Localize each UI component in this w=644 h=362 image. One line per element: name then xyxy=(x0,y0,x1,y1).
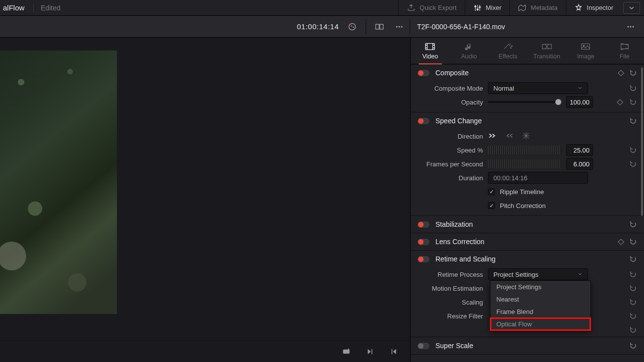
next-clip-button[interactable] xyxy=(364,345,376,358)
ellipsis-icon xyxy=(394,22,404,32)
pitch-checkbox[interactable] xyxy=(488,202,495,209)
stabilization-toggle[interactable] xyxy=(418,221,429,228)
resize-filter-reset[interactable] xyxy=(629,312,637,320)
composite-toggle[interactable] xyxy=(418,70,429,76)
scaling-reset[interactable] xyxy=(629,298,637,306)
fps-reset[interactable] xyxy=(629,160,637,168)
tab-file[interactable]: File xyxy=(605,38,644,64)
svg-point-11 xyxy=(628,26,629,27)
direction-label: Direction xyxy=(418,133,483,140)
retime-process-label: Retime Process xyxy=(418,271,483,278)
dual-view-button[interactable] xyxy=(373,20,386,33)
tab-transition[interactable]: Transition xyxy=(528,38,567,64)
speed-pct-slider[interactable] xyxy=(488,146,561,155)
opacity-keyframe[interactable] xyxy=(617,99,623,105)
opacity-reset[interactable] xyxy=(629,98,637,106)
color-wheel-icon xyxy=(347,22,357,32)
loop-button[interactable] xyxy=(340,345,353,358)
inspector-button[interactable]: Inspector xyxy=(566,0,621,15)
metadata-button[interactable]: Metadata xyxy=(509,0,565,15)
lens-keyframe[interactable] xyxy=(618,239,624,245)
svg-rect-6 xyxy=(376,24,379,29)
retime-title: Retime and Scaling xyxy=(435,255,623,263)
lens-title: Lens Correction xyxy=(435,238,613,246)
mixer-icon xyxy=(473,3,482,12)
viewer-area[interactable] xyxy=(0,38,410,362)
lens-toggle[interactable] xyxy=(418,239,429,245)
ellipsis-icon xyxy=(626,22,636,32)
svg-point-3 xyxy=(349,23,355,30)
dual-view-icon xyxy=(375,22,384,32)
menu-item-nearest[interactable]: Nearest xyxy=(490,293,590,306)
composite-keyframe[interactable] xyxy=(618,70,624,76)
motion-estimation-reset[interactable] xyxy=(629,284,637,292)
chevron-down-icon xyxy=(578,272,583,277)
next-icon xyxy=(366,347,375,356)
inspector-panel: Video Audio Effects Transition Image Fil… xyxy=(410,38,644,362)
tab-image[interactable]: Image xyxy=(566,38,605,64)
superscale-reset[interactable] xyxy=(629,342,637,350)
retime-toggle[interactable] xyxy=(418,256,429,262)
fps-slider[interactable] xyxy=(488,159,561,168)
retime-extra-reset[interactable] xyxy=(629,326,637,334)
tab-video[interactable]: Video xyxy=(411,38,450,64)
retime-process-dropdown[interactable]: Project Settings xyxy=(488,268,588,280)
inspector-options-button[interactable] xyxy=(624,20,637,33)
composite-reset[interactable] xyxy=(629,69,637,77)
chevron-down-icon xyxy=(629,5,635,10)
svg-rect-17 xyxy=(426,43,434,50)
composite-title: Composite xyxy=(435,69,613,77)
svg-point-10 xyxy=(401,26,403,27)
svg-rect-15 xyxy=(372,349,373,354)
composite-mode-dropdown[interactable]: Normal xyxy=(488,82,588,94)
svg-point-18 xyxy=(511,47,512,48)
stabilization-reset[interactable] xyxy=(629,220,637,228)
color-scope-button[interactable] xyxy=(346,20,359,33)
frame-preview xyxy=(0,51,117,314)
prev-clip-button[interactable] xyxy=(387,345,400,358)
menu-item-project-settings[interactable]: Project Settings xyxy=(490,281,590,293)
menu-item-frame-blend[interactable]: Frame Blend xyxy=(490,306,590,318)
svg-point-1 xyxy=(477,8,478,10)
snowflake-icon xyxy=(522,132,531,140)
clip-name: T2F-0000-656-A1-F140.mov xyxy=(417,23,624,31)
panel-dropdown[interactable] xyxy=(623,2,640,14)
duration-field[interactable]: 00:00:14:16 xyxy=(488,172,588,184)
svg-point-0 xyxy=(475,5,476,7)
viewer-options-button[interactable] xyxy=(393,20,406,33)
pitch-label: Pitch Correction xyxy=(500,202,545,209)
direction-freeze-button[interactable] xyxy=(522,132,531,141)
video-tab-icon xyxy=(425,42,435,51)
motion-estimation-label: Motion Estimation xyxy=(418,285,483,292)
direction-forward-button[interactable] xyxy=(488,132,497,141)
svg-point-8 xyxy=(396,26,398,27)
prev-icon xyxy=(389,347,398,356)
composite-mode-reset[interactable] xyxy=(629,84,637,92)
menu-item-optical-flow[interactable]: Optical Flow xyxy=(490,318,590,330)
scrollbar[interactable] xyxy=(641,67,643,216)
opacity-value[interactable]: 100.00 xyxy=(566,96,593,108)
speed-pct-reset[interactable] xyxy=(629,146,637,154)
retime-reset[interactable] xyxy=(629,255,637,263)
ripple-checkbox[interactable] xyxy=(488,188,495,195)
svg-point-13 xyxy=(633,26,634,27)
speed-pct-label: Speed % xyxy=(418,147,483,154)
lens-reset[interactable] xyxy=(629,238,637,246)
fps-value[interactable]: 6.000 xyxy=(566,158,593,170)
tab-effects[interactable]: Effects xyxy=(488,38,528,64)
quick-export-button[interactable]: Quick Export xyxy=(398,0,464,15)
tab-audio[interactable]: Audio xyxy=(450,38,489,64)
composite-mode-label: Composite Mode xyxy=(418,85,483,92)
export-icon xyxy=(407,3,416,12)
speed-reset[interactable] xyxy=(629,117,637,125)
speed-pct-value[interactable]: 25.00 xyxy=(566,144,593,156)
fps-label: Frames per Second xyxy=(418,160,483,168)
superscale-toggle[interactable] xyxy=(418,343,429,349)
opacity-slider[interactable] xyxy=(488,101,561,103)
file-tab-icon xyxy=(619,42,630,51)
mixer-button[interactable]: Mixer xyxy=(465,0,510,15)
speed-toggle[interactable] xyxy=(418,118,429,124)
forward-icon xyxy=(488,132,497,140)
retime-process-reset[interactable] xyxy=(629,270,637,278)
direction-reverse-button[interactable] xyxy=(505,132,514,141)
